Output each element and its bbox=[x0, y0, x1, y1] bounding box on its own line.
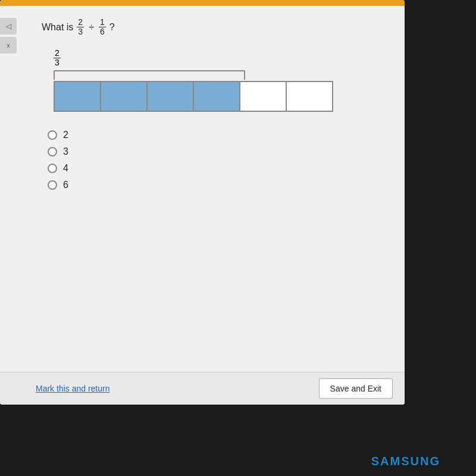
option-item-4[interactable]: 6 bbox=[48, 180, 381, 190]
radio-4[interactable] bbox=[48, 180, 57, 190]
save-exit-button[interactable]: Save and Exit bbox=[319, 378, 393, 399]
option-label-3: 4 bbox=[63, 163, 68, 174]
option-label-1: 2 bbox=[63, 130, 68, 140]
quiz-screen: ◁ x What is 2 3 ÷ 1 6 ? bbox=[0, 0, 405, 405]
samsung-bar: SAMSUNG bbox=[0, 446, 476, 476]
option-item-2[interactable]: 3 bbox=[48, 146, 381, 157]
cell-4 bbox=[193, 81, 240, 112]
diagram-fraction-num: 2 bbox=[54, 49, 61, 58]
option-item-3[interactable]: 4 bbox=[48, 163, 381, 174]
radio-2[interactable] bbox=[48, 147, 57, 156]
options-area: 2 3 4 6 bbox=[48, 130, 381, 190]
diagram-fraction-label: 2 3 bbox=[54, 49, 61, 68]
diagram-area: 2 3 bbox=[42, 49, 381, 112]
fraction1: 2 3 bbox=[77, 18, 84, 37]
side-tab-back[interactable]: ◁ bbox=[0, 18, 17, 35]
option-label-2: 3 bbox=[63, 146, 68, 157]
diagram-fraction: 2 3 bbox=[54, 49, 61, 68]
cell-1 bbox=[54, 81, 101, 112]
mark-return-link[interactable]: Mark this and return bbox=[36, 384, 110, 393]
fraction2: 1 6 bbox=[99, 18, 106, 37]
fraction1-numerator: 2 bbox=[77, 18, 84, 27]
question-prefix: What is bbox=[42, 22, 73, 33]
operator: ÷ bbox=[89, 22, 94, 33]
main-content: What is 2 3 ÷ 1 6 ? 2 3 bbox=[42, 18, 381, 393]
radio-3[interactable] bbox=[48, 164, 57, 173]
samsung-label: SAMSUNG bbox=[371, 455, 440, 468]
question-text: What is 2 3 ÷ 1 6 ? bbox=[42, 18, 381, 37]
bracket-bar bbox=[54, 70, 245, 80]
side-tabs: ◁ x bbox=[0, 18, 18, 54]
option-item-1[interactable]: 2 bbox=[48, 130, 381, 140]
cell-3 bbox=[146, 81, 194, 112]
bracket-row bbox=[42, 70, 245, 80]
fraction2-numerator: 1 bbox=[99, 18, 106, 27]
diagram-fraction-den: 3 bbox=[54, 58, 61, 67]
cells-row bbox=[54, 81, 332, 112]
fraction2-denominator: 6 bbox=[99, 27, 106, 36]
option-label-4: 6 bbox=[63, 180, 68, 190]
cell-2 bbox=[100, 81, 148, 112]
top-bar bbox=[0, 0, 405, 6]
cell-5 bbox=[239, 81, 287, 112]
radio-1[interactable] bbox=[48, 130, 57, 140]
fraction1-denominator: 3 bbox=[77, 27, 84, 36]
cell-6 bbox=[286, 81, 333, 112]
side-tab-x[interactable]: x bbox=[0, 37, 17, 54]
question-suffix: ? bbox=[109, 22, 115, 33]
footer: Mark this and return Save and Exit bbox=[0, 372, 405, 405]
